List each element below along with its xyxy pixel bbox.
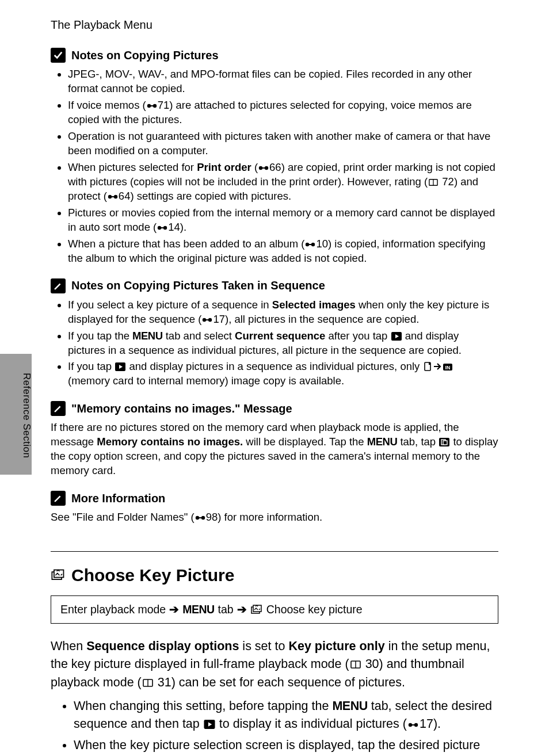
list-item: When pictures selected for Print order (…: [68, 161, 498, 204]
main-bullet-list: When changing this setting, before tappi…: [51, 697, 498, 756]
key-picture-icon: [250, 605, 263, 615]
play-icon: [391, 331, 402, 341]
list-item: JPEG-, MOV-, WAV-, and MPO-format files …: [68, 67, 498, 96]
text: When changing this setting, before tappi…: [74, 699, 332, 713]
list-item: If you tap the MENU tab and select Curre…: [68, 329, 498, 358]
section-title-text: More Information: [71, 492, 165, 505]
section-title-more-info: More Information: [51, 491, 498, 506]
breadcrumb: The Playback Menu: [51, 18, 498, 32]
arrow-right-icon: [433, 361, 442, 372]
no-images-paragraph: If there are no pictures stored on the m…: [51, 421, 498, 478]
bold-text: Current sequence: [235, 330, 325, 342]
more-info-paragraph: See "File and Folder Names" (98) for mor…: [51, 510, 498, 525]
list-item: When changing this setting, before tappi…: [74, 697, 498, 733]
text: tab, tap: [397, 436, 439, 448]
cross-ref-icon: [157, 223, 168, 232]
text: is set to: [239, 639, 288, 653]
menu-label: MENU: [132, 330, 162, 342]
cross-ref-icon: [201, 315, 213, 324]
list-item: Operation is not guaranteed with picture…: [68, 129, 498, 158]
sequence-list: If you select a key picture of a sequenc…: [51, 298, 498, 389]
list-item: If you select a key picture of a sequenc…: [68, 298, 498, 327]
cross-ref-icon: [407, 720, 420, 730]
copy-icon: [439, 437, 450, 447]
text: after you tap: [325, 330, 390, 342]
ref-number: 14: [168, 221, 180, 233]
section-title-notes-copying: Notes on Copying Pictures: [51, 48, 498, 63]
ref-number: 17: [420, 717, 433, 731]
book-icon: [349, 659, 362, 670]
text: ).: [180, 221, 186, 233]
text: (memory card to internal memory) image c…: [68, 375, 344, 387]
section-title-text: Notes on Copying Pictures Taken in Seque…: [71, 279, 325, 292]
main-paragraph: When Sequence display options is set to …: [51, 637, 498, 692]
ref-number: 31: [158, 675, 171, 689]
text: ) for more information.: [218, 511, 322, 523]
play-icon: [203, 719, 216, 730]
book-icon: [428, 178, 439, 187]
text: ) can be set for each sequence of pictur…: [171, 675, 405, 689]
side-section-label: Reference Section: [21, 373, 32, 458]
ref-number: 64: [119, 190, 131, 202]
menu-label: MENU: [182, 603, 214, 616]
section-title-text: "Memory contains no images." Message: [71, 402, 292, 415]
text: When pictures selected for: [68, 161, 197, 173]
nav-step: Enter playback mode: [60, 603, 166, 616]
text: See "File and Folder Names" (: [51, 511, 195, 523]
text: When: [51, 639, 86, 653]
text: and display pictures in a sequence as in…: [126, 360, 422, 372]
text: ) settings are copied with pictures.: [130, 190, 291, 202]
ref-number: 71: [158, 99, 170, 111]
menu-label: MENU: [332, 699, 367, 713]
text: If you select a key picture of a sequenc…: [68, 299, 272, 311]
note-icon: [51, 278, 66, 293]
page-title-text: Choose Key Picture: [71, 566, 234, 585]
ref-number: 10: [316, 238, 328, 250]
text: (: [251, 161, 258, 173]
text: When the key picture selection screen is…: [74, 738, 480, 756]
text: If you tap the: [68, 330, 132, 342]
nav-step: tab: [218, 603, 234, 616]
list-item: When the key picture selection screen is…: [74, 736, 498, 756]
ref-number: 30: [365, 657, 379, 671]
cross-ref-icon: [146, 101, 158, 110]
list-item: If you tap and display pictures in a seq…: [68, 360, 498, 388]
cross-ref-icon: [107, 192, 119, 201]
note-icon: [51, 401, 66, 416]
bold-text: Memory contains no images.: [97, 436, 243, 448]
note-icon: [51, 491, 66, 506]
section-title-text: Notes on Copying Pictures: [71, 49, 219, 62]
menu-label: MENU: [367, 436, 397, 448]
text: When a picture that has been added to an…: [68, 238, 304, 250]
text: Pictures or movies copied from the inter…: [68, 207, 495, 233]
arrow-right-icon: ➔: [169, 603, 179, 616]
text: ), all pictures in the sequence are copi…: [225, 313, 419, 325]
cross-ref-icon: [258, 163, 269, 173]
text: will be displayed. Tap the: [243, 436, 367, 448]
page-title: Choose Key Picture: [51, 566, 498, 585]
nav-step: Choose key picture: [266, 603, 363, 616]
ref-number: 72: [442, 175, 454, 188]
arrow-right-icon: ➔: [237, 603, 247, 616]
text: tab and select: [163, 330, 235, 342]
cross-ref-icon: [304, 240, 316, 249]
ref-number: 98: [206, 511, 218, 523]
bold-text: Print order: [197, 161, 251, 173]
list-item: If voice memos (71) are attached to pict…: [68, 98, 498, 127]
notes-copying-list: JPEG-, MOV-, WAV-, and MPO-format files …: [51, 67, 498, 266]
text: If you tap: [68, 360, 115, 372]
text: to display it as individual pictures (: [216, 717, 407, 731]
page: Reference Section The Playback Menu Note…: [0, 0, 549, 756]
navigation-path-box: Enter playback mode ➔ MENU tab ➔ Choose …: [51, 595, 498, 624]
card-icon: [422, 361, 433, 372]
section-title-no-images: "Memory contains no images." Message: [51, 401, 498, 416]
bold-text: Selected images: [272, 299, 356, 311]
bold-text: Key picture only: [288, 639, 384, 653]
section-divider: [51, 551, 498, 552]
ref-number: 17: [213, 313, 225, 325]
play-icon: [115, 362, 126, 372]
internal-memory-icon: [442, 362, 453, 372]
caution-icon: [51, 48, 66, 63]
list-item: Pictures or movies copied from the inter…: [68, 206, 498, 235]
book-icon: [142, 678, 154, 688]
